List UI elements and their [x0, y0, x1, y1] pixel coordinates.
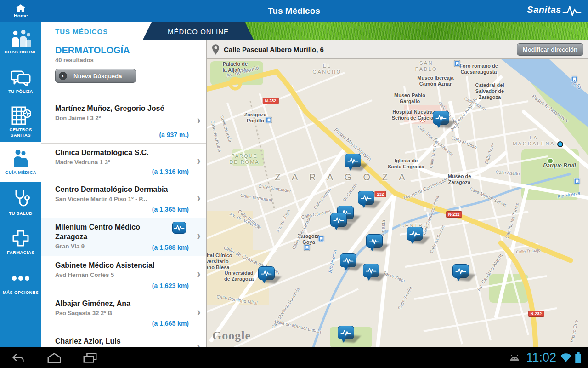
specialty-title: DERMATOLOGÍA [55, 45, 200, 56]
building-pulse-icon [11, 106, 31, 127]
chevron-right-icon: › [197, 340, 201, 347]
chat-bubbles-icon [11, 70, 31, 89]
current-location-dot [557, 141, 563, 147]
doctor-map-marker[interactable] [338, 326, 354, 339]
doctor-name: Martínez Muñoz, Gregorio José [55, 104, 170, 113]
tab-medico-online[interactable]: MÉDICO ONLINE [142, 22, 254, 40]
ekg-badge-icon [172, 222, 186, 234]
doctor-name: Charlez Azlor, Luis [55, 336, 170, 346]
doctor-list-item[interactable]: Gabinete Médico AsistencialAvd Hernán Co… [41, 256, 206, 294]
doctor-map-marker[interactable] [330, 213, 347, 227]
home-nav-button[interactable] [46, 351, 62, 364]
sidebar-item-label: CITAS ONLINE [4, 49, 37, 55]
sidebar-item-label: CENTROS SANITAS [0, 127, 41, 138]
doctor-name: Milenium Centro Médico Zaragoza [55, 222, 170, 242]
doctor-name: Clinica Dermatológica S.C. [55, 148, 170, 157]
transit-station-icon [266, 117, 272, 123]
address-bar: Calle Pascual Albero Murillo, 6 Modifica… [207, 40, 588, 59]
sidebar-item-guia-medica[interactable]: GUÍA MÉDICA [0, 142, 41, 182]
sidebar-item-label: GUÍA MÉDICA [5, 170, 36, 175]
sidebar-item-citas-online[interactable]: CITAS ONLINE [0, 22, 41, 62]
doctor-map-marker[interactable] [452, 264, 469, 278]
sidebar-item-label: FARMACIAS [7, 250, 34, 255]
sidebar-filler [0, 302, 41, 347]
doctor-map-marker[interactable] [407, 227, 423, 241]
doctor-map-marker[interactable] [433, 111, 449, 125]
doctor-list-item[interactable]: Martínez Muñoz, Gregorio JoséDon Jaime I… [41, 99, 206, 144]
results-panel: DERMATOLOGÍA 40 resultados ‹ Nueva Búsqu… [41, 40, 207, 347]
doctor-map-marker[interactable] [363, 264, 379, 277]
transit-station-icon [304, 245, 310, 251]
map-pane: Calle Pascual Albero Murillo, 6 Modifica… [207, 40, 588, 347]
home-icon [15, 4, 26, 12]
doctor-list-item[interactable]: Centro Dermatológico DermabiaSan Vicente… [41, 180, 206, 218]
sanitas-logo: Sanitas [527, 3, 582, 17]
doctor-map-marker[interactable] [345, 154, 361, 167]
recent-apps-button[interactable] [82, 351, 98, 364]
back-chevron-icon: ‹ [59, 72, 67, 80]
home-button[interactable]: Home [0, 4, 41, 18]
chevron-right-icon: › [197, 267, 201, 281]
sidebar-item-mas-opciones[interactable]: MÁS OPCIONES [0, 262, 41, 302]
transit-station-icon [454, 61, 460, 67]
results-count: 40 resultados [55, 57, 200, 63]
wifi-icon [560, 353, 572, 362]
ellipsis-icon [11, 269, 31, 290]
couple-icon [11, 149, 30, 170]
doctor-name: Albajar Giménez, Ana [55, 299, 170, 308]
doctor-distance: (a 1,316 km) [152, 168, 189, 175]
map-canvas[interactable]: H EL GANCHOSAN PABLOLA MAGDALENACENTROZ … [207, 59, 588, 347]
chevron-right-icon: › [197, 305, 201, 319]
sidebar-item-tu-poliza[interactable]: TU PÓLIZA [0, 62, 41, 102]
home-label: Home [14, 13, 28, 18]
tab-tus-medicos[interactable]: TUS MÉDICOS [55, 22, 108, 40]
chevron-right-icon: › [197, 154, 201, 168]
current-address: Calle Pascual Albero Murillo, 6 [224, 46, 517, 53]
app-window: Home Tus Médicos Sanitas CITAS ONLINETU … [0, 0, 588, 368]
doctor-distance: (a 937 m.) [159, 131, 189, 138]
doctor-map-marker[interactable] [340, 253, 356, 267]
doctor-list-item[interactable]: Albajar Giménez, AnaPso Sagasta 32 2º B(… [41, 294, 206, 332]
map-base-art: H [207, 59, 588, 347]
doctor-map-marker[interactable] [366, 234, 383, 248]
chevron-right-icon: › [197, 229, 201, 243]
family-icon [10, 29, 31, 49]
stethoscope-icon [11, 188, 30, 211]
doctor-name: Centro Dermatológico Dermabia [55, 184, 170, 194]
doctor-address: Gran Via 9 [55, 243, 161, 250]
doctor-name: Gabinete Médico Asistencial [55, 260, 170, 270]
doctor-address: Avd Hernán Cortés 5 [55, 271, 161, 278]
doctor-address: San Vicente Martir 4 Piso 1º - P... [55, 196, 161, 202]
svg-text:H: H [421, 116, 424, 121]
grass-banner-image [207, 22, 588, 40]
sidebar: CITAS ONLINETU PÓLIZACENTROS SANITASGUÍA… [0, 22, 41, 347]
transit-station-icon [571, 76, 577, 82]
doctor-distance: (a 1,665 km) [152, 320, 189, 327]
transit-station-icon [318, 236, 324, 242]
sidebar-item-farmacias[interactable]: FARMACIAS [0, 222, 41, 262]
android-nav-bar: 11:02 [0, 347, 588, 368]
sidebar-item-label: TU PÓLIZA [8, 89, 33, 94]
google-logo: Google [212, 329, 251, 343]
doctor-map-marker[interactable] [358, 191, 374, 205]
sidebar-item-tu-salud[interactable]: TU SALUD [0, 182, 41, 222]
doctor-address: Don Jaime I 3 2º [55, 115, 161, 121]
battery-icon [575, 352, 582, 363]
doctor-list-item[interactable]: Charlez Azlor, Luis› [41, 332, 206, 347]
tab-bar: TUS MÉDICOS MÉDICO ONLINE [41, 22, 588, 40]
sidebar-item-centros-sanitas[interactable]: CENTROS SANITAS [0, 102, 41, 142]
doctor-list-item[interactable]: Clinica Dermatológica S.C.Madre Vedruna … [41, 144, 206, 180]
chevron-right-icon: › [197, 191, 201, 205]
transit-station-icon [574, 178, 580, 184]
status-clock: 11:02 [526, 351, 556, 365]
doctor-address: Madre Vedruna 1 3º [55, 159, 161, 166]
doctor-distance: (a 1,365 km) [152, 206, 189, 213]
modify-address-button[interactable]: Modificar dirección [517, 43, 583, 56]
results-header: DERMATOLOGÍA 40 resultados ‹ Nueva Búsqu… [41, 40, 206, 99]
doctor-map-marker[interactable] [258, 266, 275, 280]
new-search-button[interactable]: ‹ Nueva Búsqueda [55, 69, 136, 83]
back-button[interactable] [10, 351, 27, 364]
sidebar-item-label: MÁS OPCIONES [3, 290, 39, 295]
page-title: Tus Médicos [0, 6, 588, 16]
doctor-list-item[interactable]: Milenium Centro Médico ZaragozaGran Via … [41, 218, 206, 256]
